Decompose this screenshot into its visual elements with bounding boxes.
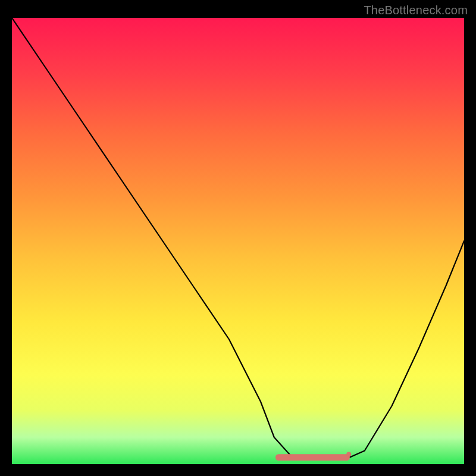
bottleneck-curve-path bbox=[12, 18, 464, 460]
chart-svg bbox=[12, 18, 464, 464]
chart-plot-area bbox=[12, 18, 464, 464]
chart-frame: TheBottleneck.com bbox=[0, 0, 476, 476]
valley-dot-right bbox=[346, 452, 351, 457]
watermark-text: TheBottleneck.com bbox=[364, 4, 468, 17]
